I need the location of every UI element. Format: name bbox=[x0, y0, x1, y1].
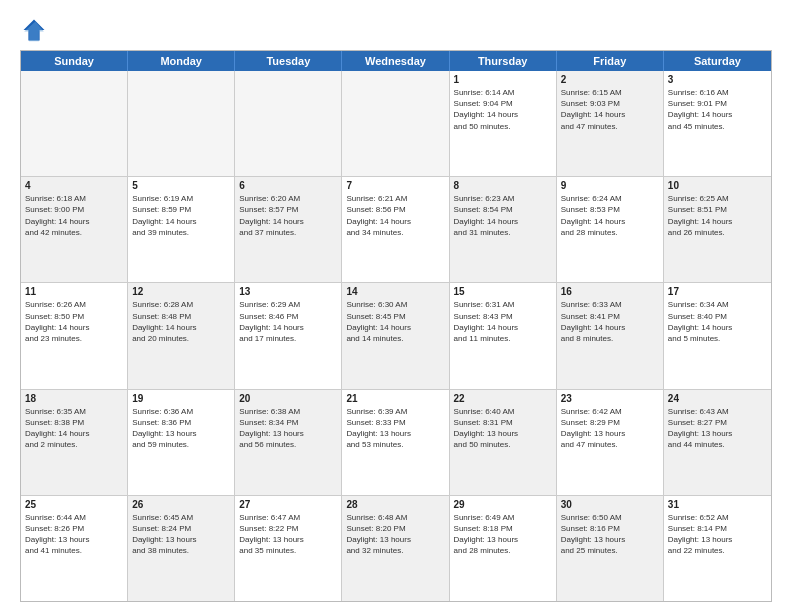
calendar-cell-day-31: 31Sunrise: 6:52 AM Sunset: 8:14 PM Dayli… bbox=[664, 496, 771, 601]
calendar-cell-day-21: 21Sunrise: 6:39 AM Sunset: 8:33 PM Dayli… bbox=[342, 390, 449, 495]
day-number: 1 bbox=[454, 74, 552, 85]
day-number: 8 bbox=[454, 180, 552, 191]
day-info: Sunrise: 6:44 AM Sunset: 8:26 PM Dayligh… bbox=[25, 512, 123, 557]
calendar-cell-day-10: 10Sunrise: 6:25 AM Sunset: 8:51 PM Dayli… bbox=[664, 177, 771, 282]
calendar-body: 1Sunrise: 6:14 AM Sunset: 9:04 PM Daylig… bbox=[21, 71, 771, 601]
day-number: 17 bbox=[668, 286, 767, 297]
calendar-cell-day-29: 29Sunrise: 6:49 AM Sunset: 8:18 PM Dayli… bbox=[450, 496, 557, 601]
day-number: 29 bbox=[454, 499, 552, 510]
calendar-week-4: 18Sunrise: 6:35 AM Sunset: 8:38 PM Dayli… bbox=[21, 390, 771, 496]
day-info: Sunrise: 6:34 AM Sunset: 8:40 PM Dayligh… bbox=[668, 299, 767, 344]
logo-icon bbox=[20, 16, 48, 44]
day-info: Sunrise: 6:36 AM Sunset: 8:36 PM Dayligh… bbox=[132, 406, 230, 451]
logo bbox=[20, 16, 52, 44]
day-number: 14 bbox=[346, 286, 444, 297]
calendar-cell-day-1: 1Sunrise: 6:14 AM Sunset: 9:04 PM Daylig… bbox=[450, 71, 557, 176]
day-header-monday: Monday bbox=[128, 51, 235, 71]
day-header-sunday: Sunday bbox=[21, 51, 128, 71]
day-number: 5 bbox=[132, 180, 230, 191]
calendar-cell-day-25: 25Sunrise: 6:44 AM Sunset: 8:26 PM Dayli… bbox=[21, 496, 128, 601]
day-number: 4 bbox=[25, 180, 123, 191]
calendar-cell-day-9: 9Sunrise: 6:24 AM Sunset: 8:53 PM Daylig… bbox=[557, 177, 664, 282]
calendar-cell-day-18: 18Sunrise: 6:35 AM Sunset: 8:38 PM Dayli… bbox=[21, 390, 128, 495]
calendar-cell-day-27: 27Sunrise: 6:47 AM Sunset: 8:22 PM Dayli… bbox=[235, 496, 342, 601]
day-info: Sunrise: 6:24 AM Sunset: 8:53 PM Dayligh… bbox=[561, 193, 659, 238]
calendar-cell-day-30: 30Sunrise: 6:50 AM Sunset: 8:16 PM Dayli… bbox=[557, 496, 664, 601]
day-info: Sunrise: 6:20 AM Sunset: 8:57 PM Dayligh… bbox=[239, 193, 337, 238]
header bbox=[20, 16, 772, 44]
day-number: 30 bbox=[561, 499, 659, 510]
day-number: 19 bbox=[132, 393, 230, 404]
day-info: Sunrise: 6:40 AM Sunset: 8:31 PM Dayligh… bbox=[454, 406, 552, 451]
day-number: 22 bbox=[454, 393, 552, 404]
day-info: Sunrise: 6:14 AM Sunset: 9:04 PM Dayligh… bbox=[454, 87, 552, 132]
day-info: Sunrise: 6:30 AM Sunset: 8:45 PM Dayligh… bbox=[346, 299, 444, 344]
day-info: Sunrise: 6:38 AM Sunset: 8:34 PM Dayligh… bbox=[239, 406, 337, 451]
calendar-cell-day-12: 12Sunrise: 6:28 AM Sunset: 8:48 PM Dayli… bbox=[128, 283, 235, 388]
day-number: 12 bbox=[132, 286, 230, 297]
day-info: Sunrise: 6:45 AM Sunset: 8:24 PM Dayligh… bbox=[132, 512, 230, 557]
day-info: Sunrise: 6:23 AM Sunset: 8:54 PM Dayligh… bbox=[454, 193, 552, 238]
calendar-cell-day-19: 19Sunrise: 6:36 AM Sunset: 8:36 PM Dayli… bbox=[128, 390, 235, 495]
calendar-week-1: 1Sunrise: 6:14 AM Sunset: 9:04 PM Daylig… bbox=[21, 71, 771, 177]
calendar-cell-day-4: 4Sunrise: 6:18 AM Sunset: 9:00 PM Daylig… bbox=[21, 177, 128, 282]
day-header-thursday: Thursday bbox=[450, 51, 557, 71]
day-number: 25 bbox=[25, 499, 123, 510]
day-number: 18 bbox=[25, 393, 123, 404]
page: SundayMondayTuesdayWednesdayThursdayFrid… bbox=[0, 0, 792, 612]
day-header-wednesday: Wednesday bbox=[342, 51, 449, 71]
day-number: 31 bbox=[668, 499, 767, 510]
day-info: Sunrise: 6:50 AM Sunset: 8:16 PM Dayligh… bbox=[561, 512, 659, 557]
calendar-cell-day-7: 7Sunrise: 6:21 AM Sunset: 8:56 PM Daylig… bbox=[342, 177, 449, 282]
day-number: 2 bbox=[561, 74, 659, 85]
calendar-cell-empty bbox=[128, 71, 235, 176]
calendar-cell-day-20: 20Sunrise: 6:38 AM Sunset: 8:34 PM Dayli… bbox=[235, 390, 342, 495]
day-info: Sunrise: 6:39 AM Sunset: 8:33 PM Dayligh… bbox=[346, 406, 444, 451]
calendar-cell-day-11: 11Sunrise: 6:26 AM Sunset: 8:50 PM Dayli… bbox=[21, 283, 128, 388]
calendar-cell-day-26: 26Sunrise: 6:45 AM Sunset: 8:24 PM Dayli… bbox=[128, 496, 235, 601]
calendar-cell-day-17: 17Sunrise: 6:34 AM Sunset: 8:40 PM Dayli… bbox=[664, 283, 771, 388]
day-info: Sunrise: 6:31 AM Sunset: 8:43 PM Dayligh… bbox=[454, 299, 552, 344]
day-number: 6 bbox=[239, 180, 337, 191]
day-header-tuesday: Tuesday bbox=[235, 51, 342, 71]
calendar: SundayMondayTuesdayWednesdayThursdayFrid… bbox=[20, 50, 772, 602]
calendar-cell-empty bbox=[342, 71, 449, 176]
day-number: 7 bbox=[346, 180, 444, 191]
day-number: 3 bbox=[668, 74, 767, 85]
day-number: 24 bbox=[668, 393, 767, 404]
day-info: Sunrise: 6:43 AM Sunset: 8:27 PM Dayligh… bbox=[668, 406, 767, 451]
day-info: Sunrise: 6:48 AM Sunset: 8:20 PM Dayligh… bbox=[346, 512, 444, 557]
calendar-cell-day-6: 6Sunrise: 6:20 AM Sunset: 8:57 PM Daylig… bbox=[235, 177, 342, 282]
day-info: Sunrise: 6:49 AM Sunset: 8:18 PM Dayligh… bbox=[454, 512, 552, 557]
calendar-week-5: 25Sunrise: 6:44 AM Sunset: 8:26 PM Dayli… bbox=[21, 496, 771, 601]
calendar-header: SundayMondayTuesdayWednesdayThursdayFrid… bbox=[21, 51, 771, 71]
day-info: Sunrise: 6:47 AM Sunset: 8:22 PM Dayligh… bbox=[239, 512, 337, 557]
calendar-cell-day-24: 24Sunrise: 6:43 AM Sunset: 8:27 PM Dayli… bbox=[664, 390, 771, 495]
day-info: Sunrise: 6:15 AM Sunset: 9:03 PM Dayligh… bbox=[561, 87, 659, 132]
day-number: 10 bbox=[668, 180, 767, 191]
day-number: 23 bbox=[561, 393, 659, 404]
day-info: Sunrise: 6:18 AM Sunset: 9:00 PM Dayligh… bbox=[25, 193, 123, 238]
calendar-cell-day-13: 13Sunrise: 6:29 AM Sunset: 8:46 PM Dayli… bbox=[235, 283, 342, 388]
day-info: Sunrise: 6:19 AM Sunset: 8:59 PM Dayligh… bbox=[132, 193, 230, 238]
calendar-cell-day-5: 5Sunrise: 6:19 AM Sunset: 8:59 PM Daylig… bbox=[128, 177, 235, 282]
day-info: Sunrise: 6:25 AM Sunset: 8:51 PM Dayligh… bbox=[668, 193, 767, 238]
day-info: Sunrise: 6:52 AM Sunset: 8:14 PM Dayligh… bbox=[668, 512, 767, 557]
day-number: 20 bbox=[239, 393, 337, 404]
day-header-saturday: Saturday bbox=[664, 51, 771, 71]
day-info: Sunrise: 6:16 AM Sunset: 9:01 PM Dayligh… bbox=[668, 87, 767, 132]
day-number: 27 bbox=[239, 499, 337, 510]
day-number: 28 bbox=[346, 499, 444, 510]
calendar-week-2: 4Sunrise: 6:18 AM Sunset: 9:00 PM Daylig… bbox=[21, 177, 771, 283]
calendar-cell-empty bbox=[21, 71, 128, 176]
calendar-cell-day-2: 2Sunrise: 6:15 AM Sunset: 9:03 PM Daylig… bbox=[557, 71, 664, 176]
day-info: Sunrise: 6:29 AM Sunset: 8:46 PM Dayligh… bbox=[239, 299, 337, 344]
day-header-friday: Friday bbox=[557, 51, 664, 71]
day-info: Sunrise: 6:42 AM Sunset: 8:29 PM Dayligh… bbox=[561, 406, 659, 451]
day-number: 9 bbox=[561, 180, 659, 191]
day-number: 11 bbox=[25, 286, 123, 297]
calendar-cell-day-15: 15Sunrise: 6:31 AM Sunset: 8:43 PM Dayli… bbox=[450, 283, 557, 388]
day-info: Sunrise: 6:28 AM Sunset: 8:48 PM Dayligh… bbox=[132, 299, 230, 344]
calendar-cell-day-23: 23Sunrise: 6:42 AM Sunset: 8:29 PM Dayli… bbox=[557, 390, 664, 495]
day-number: 15 bbox=[454, 286, 552, 297]
